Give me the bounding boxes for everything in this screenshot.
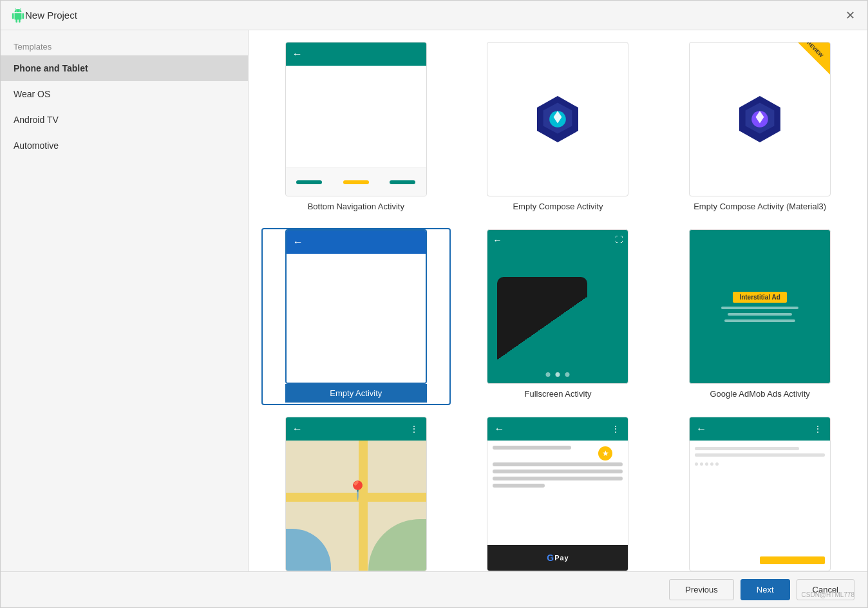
dot-5: [715, 462, 719, 466]
dot-3: [705, 462, 708, 466]
review-badge: REVIEW: [798, 43, 830, 75]
map-phone-bar: ← ⋮: [286, 417, 426, 441]
template-label: Fullscreen Activity: [524, 389, 591, 404]
bottom-nav-preview: ←: [285, 42, 427, 196]
watermark: CSDN@HTML778: [802, 591, 854, 598]
new-project-dialog: New Project ✕ Templates Phone and Tablet…: [0, 0, 868, 608]
sidebar: Templates Phone and Tablet Wear OS Andro…: [1, 30, 249, 571]
phone-outline: [497, 277, 587, 384]
admob-line-3: [724, 319, 795, 322]
template-empty-compose[interactable]: Empty Compose Activity: [464, 41, 653, 218]
template-empty-activity[interactable]: ← Empty Activity: [261, 228, 451, 405]
white-area: [287, 254, 426, 383]
back-arrow-icon: ←: [293, 236, 303, 248]
fs-back-icon: ←: [493, 235, 502, 245]
template-label: Empty Activity: [285, 384, 427, 403]
template-login[interactable]: ← ⋮: [665, 415, 854, 571]
sidebar-item-android-tv[interactable]: Android TV: [1, 107, 248, 133]
template-empty-compose-m3[interactable]: REVIEW Empty Compose Activity (Material3…: [665, 41, 854, 218]
dot-1: [695, 462, 698, 466]
admob-line-2: [728, 313, 792, 316]
compose-m3-hex-icon: [734, 93, 786, 145]
review-badge-text: REVIEW: [806, 42, 824, 59]
template-gpay[interactable]: ← ⋮ ★: [464, 415, 653, 571]
gpay-line-4: [493, 477, 623, 480]
login-yellow-btn: [760, 556, 825, 564]
green-area: [368, 519, 426, 571]
map-body: 📍: [286, 441, 426, 571]
dot-2: [700, 462, 703, 466]
gpay-line-3: [493, 470, 623, 473]
empty-activity-preview: ←: [285, 229, 427, 384]
three-dots-icon: ⋮: [611, 424, 621, 434]
empty-compose-m3-preview: REVIEW: [689, 42, 831, 196]
compose-hex-icon: [532, 93, 583, 145]
phone-bar: ←: [286, 43, 426, 66]
back-arrow-icon: ←: [292, 48, 303, 60]
admob-preview: Interstitial Ad: [689, 229, 831, 384]
diagonal-screen: [497, 277, 587, 384]
back-arrow-icon: ←: [292, 423, 303, 435]
nav-dots: [546, 372, 570, 377]
close-button[interactable]: ✕: [843, 8, 857, 23]
map-preview: ← ⋮ 📍: [285, 417, 427, 571]
login-line-2: [695, 453, 825, 457]
road-v: [359, 441, 368, 571]
login-dots: [695, 462, 825, 466]
fullscreen-preview: ← ⛶: [487, 229, 628, 384]
gpay-footer: G Pay: [487, 545, 628, 571]
sidebar-item-phone-tablet[interactable]: Phone and Tablet: [1, 55, 248, 81]
phone-bar-blue: ←: [287, 231, 426, 254]
bottom-nav-bar: [286, 167, 426, 196]
map-pin: 📍: [346, 480, 369, 501]
nav-tab-2: [343, 180, 369, 184]
sidebar-item-wear-os[interactable]: Wear OS: [1, 81, 248, 107]
dialog-footer: Previous Next Cancel CSDN@HTML778: [1, 571, 867, 607]
template-admob[interactable]: Interstitial Ad Google AdMob Ads Activit…: [665, 228, 854, 405]
gpay-header: ← ⋮: [487, 417, 628, 441]
template-label: Empty Compose Activity (Material3): [693, 202, 826, 216]
three-dots-icon: ⋮: [813, 424, 824, 434]
gpay-line-5: [493, 484, 545, 488]
next-button[interactable]: Next: [741, 579, 790, 600]
templates-grid: ← Bottom Navigation Activity: [261, 41, 854, 571]
gpay-g-icon: G: [547, 553, 554, 563]
sidebar-section-label: Templates: [1, 35, 248, 55]
login-line-1: [695, 447, 799, 450]
template-label: Bottom Navigation Activity: [308, 202, 404, 216]
blue-area: [286, 529, 331, 571]
fs-expand-icon: ⛶: [615, 235, 623, 244]
back-arrow-icon: ←: [494, 423, 504, 435]
gpay-preview: ← ⋮ ★: [487, 417, 628, 571]
gpay-line-2: [493, 462, 623, 466]
android-icon: [11, 8, 25, 23]
login-body: [690, 441, 830, 571]
gpay-label: Pay: [554, 554, 569, 562]
interstitial-ad-label: Interstitial Ad: [733, 292, 787, 303]
template-label: Google AdMob Ads Activity: [710, 389, 809, 404]
white-area: [286, 66, 426, 167]
login-header: ← ⋮: [690, 417, 830, 441]
template-bottom-navigation[interactable]: ← Bottom Navigation Activity: [261, 41, 451, 218]
login-preview: ← ⋮: [689, 417, 831, 571]
dialog-title: New Project: [25, 10, 843, 21]
empty-compose-preview: [487, 42, 628, 196]
dot-4: [710, 462, 713, 466]
sidebar-item-automotive[interactable]: Automotive: [1, 133, 248, 158]
template-fullscreen[interactable]: ← ⛶ Fullscreen Activity: [464, 228, 653, 405]
nav-tab-1: [296, 180, 322, 184]
main-content: Templates Phone and Tablet Wear OS Andro…: [1, 30, 867, 571]
template-label: Empty Compose Activity: [513, 202, 603, 216]
templates-content: ← Bottom Navigation Activity: [249, 30, 867, 571]
previous-button[interactable]: Previous: [669, 579, 734, 600]
title-bar: New Project ✕: [1, 1, 867, 30]
template-maps[interactable]: ← ⋮ 📍: [261, 415, 451, 571]
three-dots-icon: ⋮: [410, 424, 420, 434]
gpay-line-1: [493, 446, 571, 450]
admob-line-1: [721, 307, 798, 309]
back-arrow-icon: ←: [696, 423, 706, 435]
nav-tab-3: [390, 180, 415, 184]
